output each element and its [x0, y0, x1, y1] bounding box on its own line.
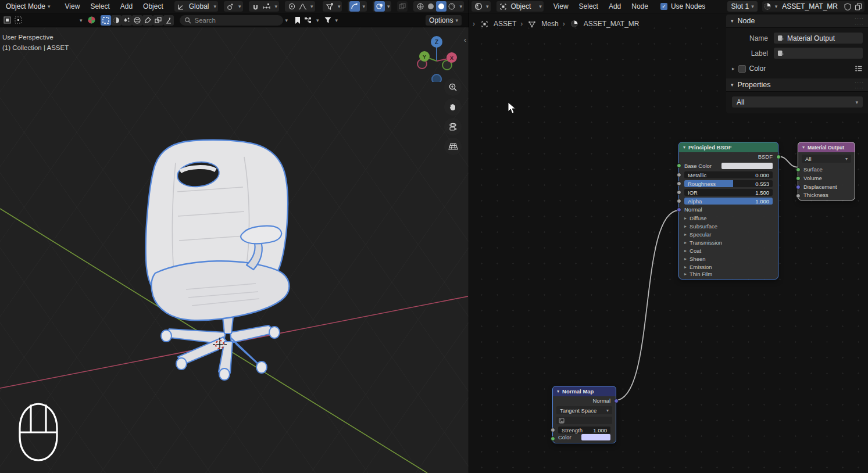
collapse-chevron-icon[interactable]: ▾	[683, 145, 685, 150]
strength-row[interactable]: Strength1.000	[553, 425, 616, 434]
show-overlays-icon[interactable]	[374, 1, 385, 12]
select-mode-set-icon[interactable]	[2, 15, 13, 26]
metallic-row[interactable]: Metallic0.000	[679, 170, 778, 179]
orthographic-grid-icon[interactable]	[444, 138, 462, 155]
normal-output-row[interactable]: Normal	[553, 396, 616, 405]
roughness-socket[interactable]	[677, 181, 681, 186]
select-mode-extend-icon[interactable]	[13, 15, 24, 26]
texture-ball-icon[interactable]	[86, 15, 97, 26]
section-subsurface[interactable]: ▸Subsurface	[679, 222, 778, 230]
pivot-point-selector[interactable]: ▾	[224, 1, 243, 12]
show-gizmo-icon[interactable]	[349, 1, 360, 12]
shading-solid-icon[interactable]	[426, 1, 436, 12]
normal-input-socket[interactable]	[677, 207, 681, 212]
tool-sphere-icon[interactable]	[111, 15, 122, 26]
displacement-socket[interactable]	[796, 185, 801, 189]
menu-add[interactable]: Add	[115, 1, 138, 12]
surface-input-row[interactable]: Surface	[798, 165, 855, 174]
breadcrumb-material[interactable]: ASSET_MAT_MR	[584, 20, 640, 28]
shading-rendered-icon[interactable]	[446, 1, 457, 12]
displacement-input-row[interactable]: Displacement	[798, 182, 855, 191]
section-emission[interactable]: ▸Emission	[679, 263, 778, 271]
tool-expand-chevron[interactable]: ▾	[80, 17, 83, 23]
collapse-chevron-icon[interactable]: ▾	[802, 145, 805, 150]
hierarchy-icon[interactable]	[303, 15, 314, 26]
material-sphere-icon[interactable]	[762, 1, 773, 12]
strength-socket[interactable]	[551, 428, 555, 432]
pan-hand-icon[interactable]	[444, 98, 462, 116]
presets-list-icon[interactable]	[855, 65, 863, 72]
color-input-socket[interactable]	[551, 436, 555, 441]
alpha-row[interactable]: Alpha1.000	[679, 196, 778, 205]
search-input[interactable]	[195, 17, 270, 24]
mode-selector[interactable]: Object Mode▾	[2, 1, 54, 12]
node-panel-header[interactable]: ▾ Node ········	[726, 15, 868, 28]
tool-brush-icon[interactable]	[142, 15, 153, 26]
node-normal-map-header[interactable]: ▾ Normal Map	[553, 386, 616, 396]
node-label-field[interactable]	[774, 48, 863, 59]
node-color-checkbox[interactable]	[738, 65, 746, 73]
breadcrumb-mesh[interactable]: Mesh	[541, 20, 558, 28]
visibility-filter[interactable]: ▾	[323, 1, 342, 12]
shader-type-selector[interactable]: Object ▾	[496, 1, 544, 12]
node-material-output-header[interactable]: ▾ Material Output	[798, 142, 855, 152]
node-normal-map[interactable]: ▾ Normal Map Normal Tangent Space▾	[553, 386, 616, 443]
shading-wireframe-icon[interactable]	[415, 1, 426, 12]
chair-model[interactable]	[146, 140, 290, 380]
node-name-field[interactable]: Material Output	[774, 33, 863, 44]
zoom-tool-icon[interactable]	[444, 78, 462, 96]
thickness-input-row[interactable]: Thickness	[798, 191, 855, 200]
proportional-edit-icon[interactable]	[287, 1, 297, 12]
slot-selector[interactable]: Slot 1▾	[727, 1, 757, 12]
menu-view[interactable]: View	[60, 1, 85, 12]
node-material-output[interactable]: ▾ Material Output All▾ Surface Volume	[798, 142, 855, 200]
menu-select[interactable]: Select	[85, 1, 115, 12]
editor-type-selector[interactable]: ▾	[471, 1, 491, 12]
snap-target-icon[interactable]	[261, 1, 273, 12]
material-name-field[interactable]: ASSET_MAT_MR	[777, 2, 842, 10]
tool-select-box-icon[interactable]	[101, 15, 111, 26]
section-coat[interactable]: ▸Coat	[679, 246, 778, 255]
normal-color-swatch[interactable]	[581, 434, 610, 440]
section-diffuse[interactable]: ▸Diffuse	[679, 214, 778, 222]
metallic-socket[interactable]	[677, 173, 681, 177]
section-transmission[interactable]: ▸Transmission	[679, 238, 778, 246]
bsdf-output-row[interactable]: BSDF	[679, 152, 778, 161]
surface-socket[interactable]	[796, 167, 801, 172]
breadcrumb-object[interactable]: ASSET	[494, 20, 516, 28]
output-target-select[interactable]: All▾	[802, 155, 851, 163]
expand-chevron-icon[interactable]: ▸	[732, 66, 735, 71]
ne-menu-view[interactable]: View	[548, 1, 574, 12]
ne-menu-node[interactable]: Node	[626, 1, 653, 12]
search-options-chevron[interactable]: ▾	[285, 17, 288, 23]
section-thin-film[interactable]: ▸Thin Film	[679, 271, 778, 279]
normal-input-row[interactable]: Normal	[679, 205, 778, 214]
transform-orientation[interactable]: Global ▾	[174, 1, 218, 12]
section-sheen[interactable]: ▸Sheen	[679, 255, 778, 263]
ne-menu-select[interactable]: Select	[574, 1, 603, 12]
ior-row[interactable]: IOR1.500	[679, 188, 778, 196]
uv-map-field[interactable]	[556, 417, 612, 424]
falloff-curve-icon[interactable]	[297, 1, 308, 12]
thickness-socket[interactable]	[796, 193, 801, 198]
properties-panel-header[interactable]: ▾ Properties ········	[726, 78, 868, 92]
node-principled-header[interactable]: ▾ Principled BSDF	[679, 142, 778, 152]
tool-globe-icon[interactable]	[132, 15, 142, 26]
volume-socket[interactable]	[796, 176, 801, 181]
collapse-chevron-icon[interactable]: ▾	[557, 389, 559, 394]
xray-toggle-icon[interactable]	[397, 1, 408, 12]
node-principled-bsdf[interactable]: ▾ Principled BSDF BSDF Base Color Metall…	[679, 142, 778, 279]
properties-filter-select[interactable]: All▾	[732, 96, 863, 107]
fake-user-shield-icon[interactable]	[842, 1, 853, 12]
filter-funnel-icon[interactable]	[323, 15, 333, 26]
axis-neg-z[interactable]	[432, 74, 441, 82]
shading-material-preview-icon[interactable]	[436, 1, 446, 12]
snap-magnet-icon[interactable]	[251, 1, 261, 12]
tool-boxes-icon[interactable]	[153, 15, 163, 26]
use-nodes-toggle[interactable]: ✓ Use Nodes	[660, 2, 705, 10]
tool-hook-icon[interactable]	[163, 15, 174, 26]
section-specular[interactable]: ▸Specular	[679, 230, 778, 238]
menu-object[interactable]: Object	[138, 1, 169, 12]
alpha-socket[interactable]	[677, 199, 681, 203]
color-input-row[interactable]: Color	[553, 434, 616, 443]
